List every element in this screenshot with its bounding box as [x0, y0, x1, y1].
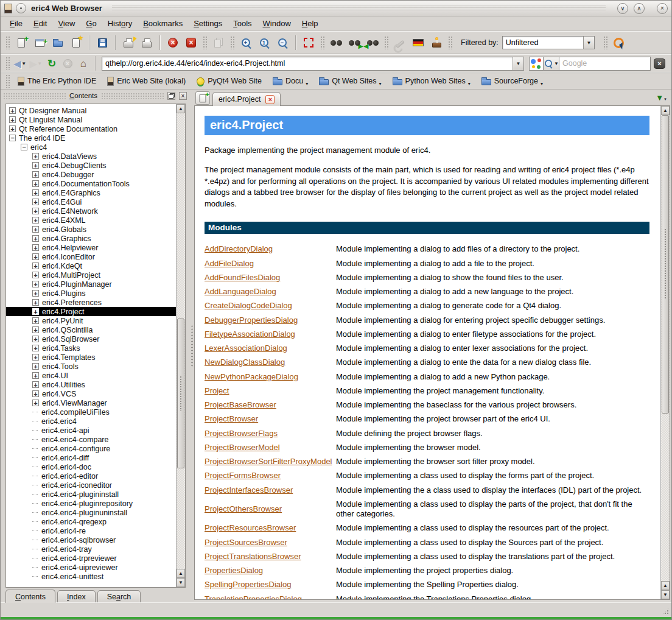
- tree-expand-icon[interactable]: +: [32, 345, 39, 351]
- module-link-spellingpropertiesdialog[interactable]: SpellingPropertiesDialog: [205, 580, 336, 590]
- tree-expand-icon[interactable]: +: [32, 354, 39, 361]
- module-link-addlanguagedialog[interactable]: AddLanguageDialog: [205, 287, 336, 297]
- back-button[interactable]: ◀▼: [12, 56, 28, 71]
- bookmark-python-web-sites[interactable]: Python Web Sites▾: [387, 74, 476, 88]
- toolbar-drag-handle[interactable]: [320, 36, 324, 49]
- url-input[interactable]: [102, 57, 513, 70]
- tree-item-eric4-eric4-iconeditor[interactable]: eric4.eric4-iconeditor: [6, 481, 176, 490]
- tree-expand-icon[interactable]: +: [32, 381, 39, 388]
- tree-item-eric4-pluginmanager[interactable]: +eric4.PluginManager: [6, 280, 176, 289]
- tree-item-eric4-plugins[interactable]: +eric4.Plugins: [6, 289, 176, 298]
- google-icon[interactable]: [529, 57, 544, 71]
- menu-item-view[interactable]: View: [52, 18, 80, 29]
- fullscreen-button[interactable]: [299, 33, 318, 52]
- tree-expand-icon[interactable]: +: [32, 235, 39, 242]
- home-button[interactable]: ⌂: [75, 56, 91, 71]
- language-button[interactable]: [409, 33, 427, 52]
- tree-item-eric4-tools[interactable]: +eric4.Tools: [6, 362, 176, 371]
- toolbar-drag-handle[interactable]: [384, 36, 388, 49]
- content-scrollbar-thumb[interactable]: [662, 115, 669, 414]
- tree-expand-icon[interactable]: +: [32, 390, 39, 397]
- reload-button[interactable]: ↻: [44, 56, 60, 71]
- module-link-projectresourcesbrowser[interactable]: ProjectResourcesBrowser: [205, 523, 336, 533]
- tree-scrollbar-thumb[interactable]: [177, 319, 184, 469]
- scroll-up-icon[interactable]: ▲: [177, 569, 185, 578]
- tree-item-eric4-viewmanager[interactable]: +eric4.ViewManager: [6, 398, 176, 407]
- bookmark-sourceforge[interactable]: SourceForge▾: [476, 74, 548, 88]
- tree-item-eric4-eric4-configure[interactable]: eric4.eric4-configure: [6, 444, 176, 453]
- close-button[interactable]: ×: [657, 3, 668, 14]
- tree-expand-icon[interactable]: +: [32, 272, 39, 278]
- preferences-button[interactable]: [391, 33, 409, 52]
- tree-item-eric4-eric4-tray[interactable]: eric4.eric4-tray: [6, 544, 176, 554]
- tree-expand-icon[interactable]: +: [32, 290, 39, 297]
- tree-item-eric4-eric4-pluginrepository[interactable]: eric4.eric4-pluginrepository: [6, 499, 176, 508]
- tree-expand-icon[interactable]: +: [32, 372, 39, 379]
- new-window-button[interactable]: +: [30, 33, 49, 52]
- tree-expand-icon[interactable]: +: [32, 262, 39, 269]
- tree-expand-icon[interactable]: +: [32, 281, 39, 287]
- tree-expand-icon[interactable]: +: [32, 180, 39, 187]
- tree-expand-icon[interactable]: +: [32, 217, 39, 224]
- toolbar-drag-handle[interactable]: [448, 36, 452, 49]
- tree-item-eric4-eric4-api[interactable]: eric4.eric4-api: [6, 426, 176, 435]
- new-tab-button[interactable]: +: [195, 91, 210, 105]
- tree-item-eric4-ui[interactable]: +eric4.UI: [6, 371, 176, 380]
- search-input[interactable]: [559, 57, 651, 71]
- close-all-button[interactable]: [182, 33, 200, 52]
- tree-expand-icon[interactable]: +: [32, 208, 39, 214]
- menu-item-bookmarks[interactable]: Bookmarks: [138, 18, 188, 29]
- module-link-addfiledialog[interactable]: AddFileDialog: [205, 259, 336, 269]
- module-link-projectinterfacesbrowser[interactable]: ProjectInterfacesBrowser: [205, 485, 336, 495]
- tab-list-button[interactable]: ▼▾: [653, 91, 669, 104]
- tree-item-qt-linguist-manual[interactable]: +Qt Linguist Manual: [6, 115, 176, 124]
- tree-item-eric4-compileuifiles[interactable]: eric4.compileUiFiles: [6, 407, 176, 417]
- tree-item-eric4-project[interactable]: +eric4.Project: [6, 307, 176, 316]
- tree-item-eric4-sqlbrowser[interactable]: +eric4.SqlBrowser: [6, 334, 176, 343]
- tree-item-eric4-eric4[interactable]: eric4.eric4: [6, 417, 176, 426]
- scroll-up-icon[interactable]: ▲: [661, 581, 670, 590]
- clear-search-button[interactable]: [654, 58, 665, 69]
- save-as-button[interactable]: [93, 33, 111, 52]
- tree-expand-icon[interactable]: +: [32, 336, 39, 342]
- tree-scrollbar[interactable]: ▲ ▲ ▼: [176, 104, 185, 587]
- module-link-projectformsbrowser[interactable]: ProjectFormsBrowser: [205, 471, 336, 481]
- menu-item-window[interactable]: Window: [257, 18, 296, 29]
- maximize-button[interactable]: ∧: [634, 3, 645, 14]
- scroll-down-icon[interactable]: ▼: [661, 590, 670, 599]
- dock-splitter[interactable]: [189, 90, 194, 602]
- tree-expand-icon[interactable]: +: [32, 244, 39, 251]
- find-prev-button[interactable]: ◀: [363, 33, 382, 52]
- whats-this-button[interactable]: [427, 33, 446, 52]
- tree-item-eric4-qscintilla[interactable]: +eric4.QScintilla: [6, 325, 176, 334]
- minimize-button[interactable]: ∨: [617, 3, 628, 14]
- chevron-down-icon[interactable]: ▼: [513, 57, 523, 70]
- scroll-down-icon[interactable]: ▼: [177, 578, 185, 587]
- find-button[interactable]: [327, 33, 345, 52]
- module-link-projecttranslationsbrowser[interactable]: ProjectTranslationsBrowser: [205, 552, 336, 562]
- toolbar-drag-handle[interactable]: [5, 57, 10, 70]
- filter-combobox[interactable]: Unfiltered ▼: [502, 36, 595, 49]
- content-scrollbar-track[interactable]: [661, 115, 670, 581]
- module-link-adddirectorydialog[interactable]: AddDirectoryDialog: [205, 244, 336, 254]
- tree-item-eric4-eric4-unittest[interactable]: eric4.eric4-unittest: [6, 572, 176, 581]
- tab-eric4-project[interactable]: eric4.Project: [212, 92, 281, 106]
- tree-item-eric4-utilities[interactable]: +eric4.Utilities: [6, 380, 176, 389]
- forward-button[interactable]: ▶▼: [28, 56, 44, 71]
- tree-item-eric4-e4graphics[interactable]: +eric4.E4Graphics: [6, 188, 176, 197]
- scroll-up-icon[interactable]: ▲: [177, 104, 185, 113]
- sidebar-tab-index[interactable]: Index: [57, 590, 96, 603]
- module-link-projectbasebrowser[interactable]: ProjectBaseBrowser: [205, 400, 336, 410]
- chevron-down-icon[interactable]: ▼: [583, 37, 594, 49]
- tree-item-eric4-eric4-diff[interactable]: eric4.eric4-diff: [6, 453, 176, 462]
- tree-expand-icon[interactable]: +: [32, 326, 39, 333]
- tree-item-eric4-e4xml[interactable]: +eric4.E4XML: [6, 216, 176, 225]
- tree-expand-icon[interactable]: +: [32, 199, 39, 205]
- tree-expand-icon[interactable]: +: [32, 317, 39, 324]
- tree-item-eric4-helpviewer[interactable]: +eric4.Helpviewer: [6, 243, 176, 252]
- close-page-button[interactable]: [164, 33, 182, 52]
- module-link-debuggerpropertiesdialog[interactable]: DebuggerPropertiesDialog: [205, 315, 336, 325]
- tree-item-eric4-e4gui[interactable]: +eric4.E4Gui: [6, 197, 176, 206]
- tree-item-eric4-globals[interactable]: +eric4.Globals: [6, 225, 176, 234]
- tree-item-eric4-eric4-doc[interactable]: eric4.eric4-doc: [6, 462, 176, 471]
